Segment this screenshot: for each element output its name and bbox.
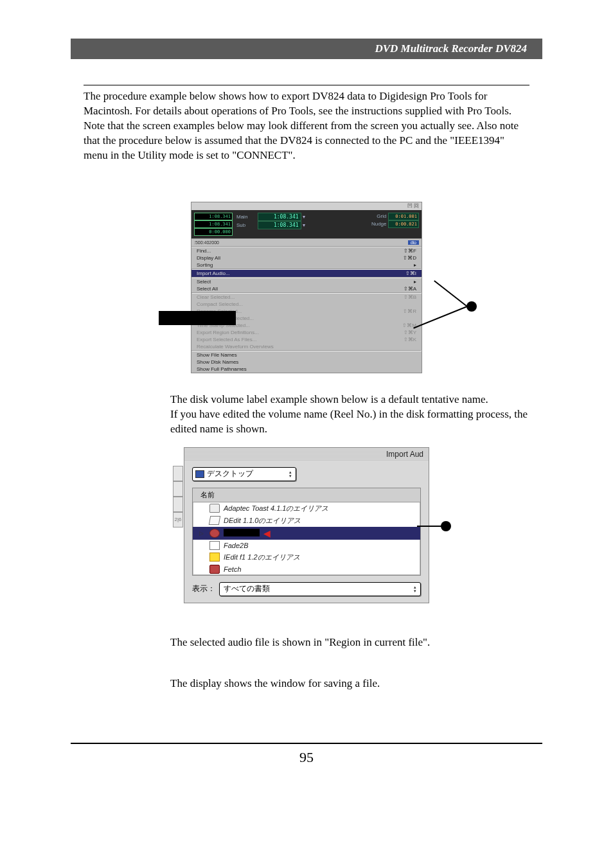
column-header-name: 名前 [193,488,420,502]
show-filter-value: すべての書類 [224,583,270,594]
list-item-label: Fetch [224,565,242,573]
menu-item: Clear Selected...⇧⌘B [191,294,422,301]
callout-dot [466,301,477,312]
location-popup[interactable]: デスクトップ [192,467,296,481]
doc-icon [209,541,220,550]
updown-icon: ▴ ▾ [414,585,416,593]
menu-item[interactable]: Show Full Pathnames [191,366,422,373]
menu-item: Compact Selected... [191,301,422,308]
grid-label: Grid [366,213,386,219]
menu-item: Export Region Definitions...⇧⌘Y [191,329,422,336]
menu-item: Recalculate Waveform Overviews [191,343,422,350]
dog-icon [209,565,220,574]
main-counter: 1:08.341 [258,213,301,221]
side-tab [173,466,183,481]
list-item[interactable]: Fetch [193,563,420,575]
menu-item[interactable]: Show File Names [191,351,422,359]
rule-top [84,85,529,85]
window-controls: 凹 回 [191,202,422,210]
callout-dot [441,521,451,531]
header-title: DVD Multitrack Recorder DV824 [71,39,542,59]
list-item[interactable]: Fade2B [193,540,420,551]
callout-line [417,526,441,527]
pointer-arrow-icon: ◀ [260,528,271,538]
location-value: デスクトップ [207,468,253,479]
bedit-icon [209,553,220,562]
side-tabs: 2|6 [173,466,183,527]
protools-screenshot: 凹 回 1:08.341 1:08.341 0:00.000 Main 1:08… [191,202,422,373]
audio-regions-menu[interactable]: Find...⇧⌘FDisplay All⇧⌘DSorting▸Import A… [191,247,422,373]
desktop-icon [195,470,204,478]
list-item-label: Fade2B [224,542,249,549]
menu-item[interactable]: Sorting▸ [191,261,422,269]
menu-item[interactable]: Select▸ [191,278,422,285]
list-item-label: IEdit f1 1.2のエイリアス [224,553,300,562]
dialog-title: Import Aud [184,448,429,461]
menu-item[interactable]: Find...⇧⌘F [191,247,422,254]
intro-paragraph: The procedure example below shows how to… [84,89,529,163]
ruler: :50 0:40 2000 dio [191,238,422,247]
list-item-label: ◀ [224,528,271,538]
track-header: dio [408,240,419,245]
app-icon [209,516,220,525]
caption-2: The selected audio file is shown in "Reg… [170,635,529,650]
menu-item: Export Selected As Files...⇧⌘K [191,336,422,343]
show-label: 表示： [192,583,215,594]
side-tab: 2|6 [173,512,183,527]
redaction-bar [159,311,236,325]
show-filter-popup[interactable]: すべての書類 ▴ ▾ [219,582,421,596]
main-label: Main [236,214,256,220]
footer-rule [71,743,542,744]
list-item[interactable]: ▷◀ [193,527,420,540]
side-tab [173,481,183,497]
counter-readouts: 1:08.341 1:08.341 0:00.000 [194,213,233,236]
menu-item[interactable]: Import Audio...⇧⌘I [191,270,422,277]
menu-item[interactable]: Select All⇧⌘A [191,285,422,292]
redaction-bar [224,529,260,536]
list-item[interactable]: DEdit 1.1.0のエイリアス [193,515,420,527]
disk-icon [209,529,220,538]
folder-icon [209,504,220,513]
nudge-value: 0:00.021 [388,220,419,228]
sub-label: Sub [236,222,256,228]
nudge-label: Nudge [366,221,386,227]
disclosure-icon[interactable]: ▷ [199,530,206,536]
menu-item[interactable]: Show Disk Names [191,359,422,366]
updown-icon [289,470,292,478]
page-number: 95 [0,749,613,766]
caption-3: The display shows the window for saving … [170,677,529,691]
list-item-label: DEdit 1.1.0のエイリアス [224,516,301,526]
list-item[interactable]: Adaptec Toast 4.1.1のエイリアス [193,502,420,515]
callout-line [434,280,467,307]
list-item[interactable]: IEdit f1 1.2のエイリアス [193,551,420,563]
grid-value: 0:01.001 [388,213,419,220]
caption-1: The disk volume label example shown belo… [170,393,529,437]
side-tab [173,497,183,512]
sub-counter: 1:08.341 [258,221,301,229]
file-list[interactable]: 名前 Adaptec Toast 4.1.1のエイリアスDEdit 1.1.0の… [192,488,421,576]
list-item-label: Adaptec Toast 4.1.1のエイリアス [224,504,328,513]
menu-item[interactable]: Display All⇧⌘D [191,254,422,261]
import-audio-dialog: 2|6 Import Aud デスクトップ 名前 Adaptec Toast 4… [184,447,429,603]
